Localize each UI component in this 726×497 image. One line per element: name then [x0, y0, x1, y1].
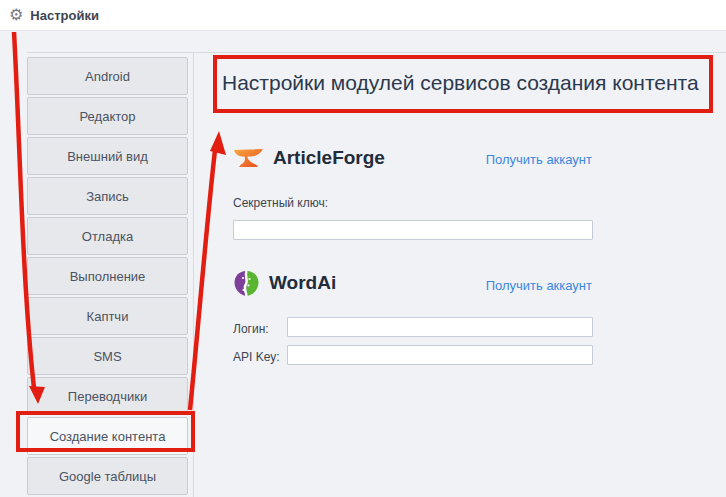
tab-google-sheets[interactable]: Google таблицы — [27, 457, 188, 495]
tab-editor[interactable]: Редактор — [27, 97, 188, 135]
tab-translators[interactable]: Переводчики — [27, 377, 188, 415]
wordai-name: WordAi — [269, 272, 336, 294]
tab-android[interactable]: Android — [27, 57, 188, 95]
tab-execution[interactable]: Выполнение — [27, 257, 188, 295]
tab-content-creation[interactable]: Создание контента — [27, 417, 188, 455]
content-tab-to-title-arrowhead — [210, 131, 226, 155]
login-input[interactable] — [287, 317, 593, 337]
tab-recording[interactable]: Запись — [27, 177, 188, 215]
topbar: ⚙ Настройки — [0, 0, 726, 31]
articleforge-section-header: ArticleForge — [233, 145, 385, 171]
wordai-heads-icon — [233, 270, 260, 297]
api-key-input[interactable] — [287, 345, 593, 365]
tab-debug[interactable]: Отладка — [27, 217, 188, 255]
api-key-label: API Key: — [233, 350, 280, 364]
gear-icon: ⚙ — [9, 7, 23, 23]
settings-tab-strip: Android Редактор Внешний вид Запись Отла… — [27, 57, 188, 497]
tab-appearance[interactable]: Внешний вид — [27, 137, 188, 175]
articleforge-anvil-icon — [233, 147, 264, 169]
wordai-section-header: WordAi — [233, 270, 336, 296]
login-label: Логин: — [233, 322, 269, 336]
panel-top-border — [27, 52, 726, 53]
page-title: Настройки модулей сервисов создания конт… — [222, 71, 714, 95]
content-left-border — [193, 52, 194, 497]
articleforge-name: ArticleForge — [273, 147, 385, 169]
tab-captcha[interactable]: Каптчи — [27, 297, 188, 335]
window-title: Настройки — [30, 8, 99, 23]
wordai-get-account-link[interactable]: Получить аккаунт — [486, 278, 592, 293]
articleforge-get-account-link[interactable]: Получить аккаунт — [486, 152, 592, 167]
tab-sms[interactable]: SMS — [27, 337, 188, 375]
secret-key-label: Секретный ключ: — [233, 196, 328, 210]
secret-key-input[interactable] — [233, 220, 593, 240]
